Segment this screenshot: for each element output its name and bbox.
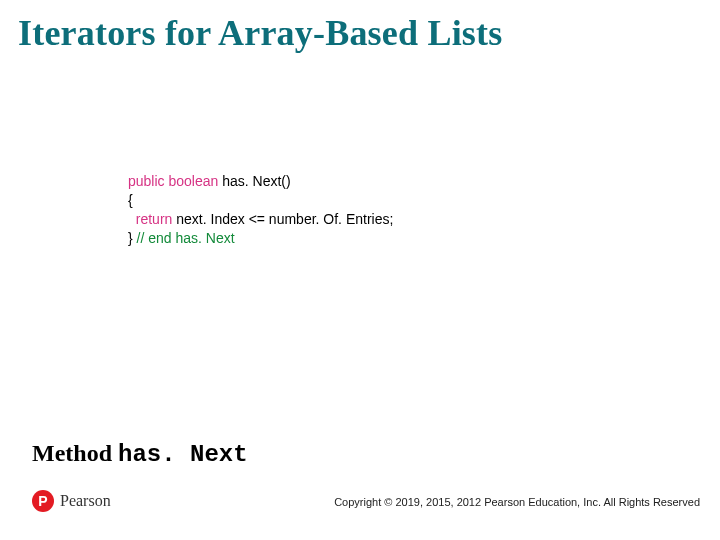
slide-subtitle: Method has. Next xyxy=(32,440,248,468)
code-block: public boolean has. Next() { return next… xyxy=(128,172,393,248)
publisher-logo: P Pearson xyxy=(32,490,111,512)
copyright-text: Copyright © 2019, 2015, 2012 Pearson Edu… xyxy=(334,496,700,508)
slide-title: Iterators for Array-Based Lists xyxy=(0,0,720,54)
return-expression: next. Index <= number. Of. Entries; xyxy=(172,211,393,227)
end-comment: // end has. Next xyxy=(133,230,235,246)
publisher-name: Pearson xyxy=(60,492,111,510)
keyword-public: public xyxy=(128,173,165,189)
publisher-logo-icon: P xyxy=(32,490,54,512)
keyword-return: return xyxy=(136,211,173,227)
slide: Iterators for Array-Based Lists public b… xyxy=(0,0,720,540)
keyword-boolean: boolean xyxy=(168,173,218,189)
subtitle-prefix: Method xyxy=(32,440,118,466)
brace-open: { xyxy=(128,192,133,208)
subtitle-method: has. Next xyxy=(118,441,248,468)
method-signature: has. Next() xyxy=(218,173,290,189)
